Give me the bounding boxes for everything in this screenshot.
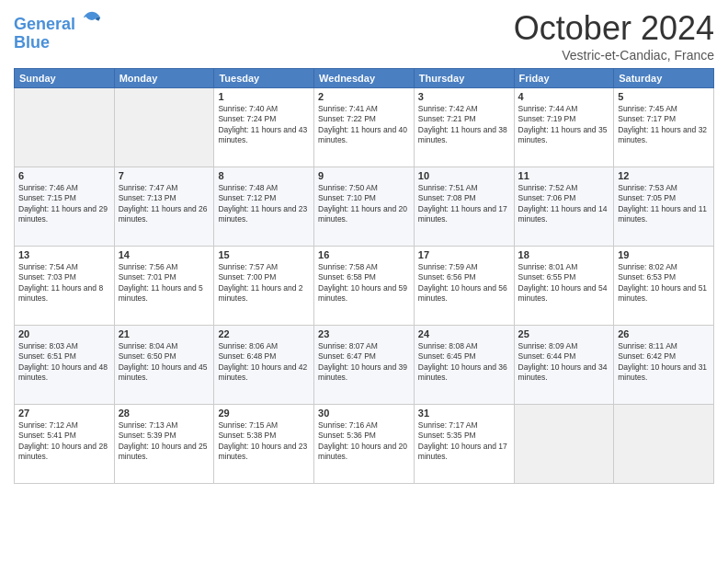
calendar-cell: 26Sunrise: 8:11 AMSunset: 6:42 PMDayligh… bbox=[614, 326, 714, 405]
day-number: 18 bbox=[518, 249, 610, 260]
cell-info: Sunrise: 7:17 AMSunset: 5:35 PMDaylight:… bbox=[418, 420, 510, 463]
logo-text: General bbox=[14, 13, 102, 34]
week-row-2: 6Sunrise: 7:46 AMSunset: 7:15 PMDaylight… bbox=[15, 167, 714, 247]
day-number: 20 bbox=[18, 328, 110, 339]
day-number: 6 bbox=[18, 170, 110, 181]
day-number: 3 bbox=[418, 91, 510, 102]
calendar-cell: 24Sunrise: 8:08 AMSunset: 6:45 PMDayligh… bbox=[414, 326, 514, 405]
week-row-4: 20Sunrise: 8:03 AMSunset: 6:51 PMDayligh… bbox=[15, 326, 714, 405]
calendar-cell: 13Sunrise: 7:54 AMSunset: 7:03 PMDayligh… bbox=[15, 247, 115, 326]
cell-info: Sunrise: 7:54 AMSunset: 7:03 PMDaylight:… bbox=[18, 262, 110, 304]
cell-info: Sunrise: 7:48 AMSunset: 7:12 PMDaylight:… bbox=[218, 183, 310, 225]
calendar-cell: 21Sunrise: 8:04 AMSunset: 6:50 PMDayligh… bbox=[114, 326, 214, 405]
col-friday: Friday bbox=[514, 69, 614, 88]
calendar-cell: 20Sunrise: 8:03 AMSunset: 6:51 PMDayligh… bbox=[15, 326, 115, 405]
calendar-cell: 31Sunrise: 7:17 AMSunset: 5:35 PMDayligh… bbox=[414, 405, 514, 484]
logo: General Blue bbox=[14, 13, 102, 52]
calendar-cell: 3Sunrise: 7:42 AMSunset: 7:21 PMDaylight… bbox=[414, 88, 514, 167]
day-number: 2 bbox=[318, 91, 410, 102]
calendar-cell: 18Sunrise: 8:01 AMSunset: 6:55 PMDayligh… bbox=[514, 247, 614, 326]
day-number: 11 bbox=[518, 170, 610, 181]
cell-info: Sunrise: 7:42 AMSunset: 7:21 PMDaylight:… bbox=[418, 104, 510, 146]
calendar-cell: 7Sunrise: 7:47 AMSunset: 7:13 PMDaylight… bbox=[114, 167, 214, 247]
title-block: October 2024 Vestric-et-Candiac, France bbox=[514, 9, 714, 63]
calendar-cell: 10Sunrise: 7:51 AMSunset: 7:08 PMDayligh… bbox=[414, 167, 514, 247]
day-number: 1 bbox=[218, 91, 310, 102]
calendar-cell: 4Sunrise: 7:44 AMSunset: 7:19 PMDaylight… bbox=[514, 88, 614, 167]
day-number: 28 bbox=[119, 408, 210, 419]
col-tuesday: Tuesday bbox=[214, 69, 314, 88]
week-row-5: 27Sunrise: 7:12 AMSunset: 5:41 PMDayligh… bbox=[15, 405, 714, 484]
calendar-cell: 22Sunrise: 8:06 AMSunset: 6:48 PMDayligh… bbox=[214, 326, 314, 405]
calendar-cell bbox=[514, 405, 614, 484]
day-number: 8 bbox=[218, 170, 310, 181]
col-wednesday: Wednesday bbox=[314, 69, 415, 88]
calendar-cell: 11Sunrise: 7:52 AMSunset: 7:06 PMDayligh… bbox=[514, 167, 614, 247]
calendar-header: Sunday Monday Tuesday Wednesday Thursday… bbox=[15, 69, 714, 88]
day-number: 24 bbox=[418, 328, 510, 339]
cell-info: Sunrise: 7:40 AMSunset: 7:24 PMDaylight:… bbox=[218, 104, 310, 146]
cell-info: Sunrise: 7:52 AMSunset: 7:06 PMDaylight:… bbox=[518, 183, 610, 225]
calendar-cell: 28Sunrise: 7:13 AMSunset: 5:39 PMDayligh… bbox=[114, 405, 214, 484]
day-number: 26 bbox=[618, 328, 710, 339]
calendar-cell: 9Sunrise: 7:50 AMSunset: 7:10 PMDaylight… bbox=[314, 167, 415, 247]
col-thursday: Thursday bbox=[414, 69, 514, 88]
cell-info: Sunrise: 7:44 AMSunset: 7:19 PMDaylight:… bbox=[518, 104, 610, 146]
calendar-cell: 27Sunrise: 7:12 AMSunset: 5:41 PMDayligh… bbox=[15, 405, 115, 484]
day-number: 5 bbox=[618, 91, 710, 102]
page: General Blue October 2024 Vestric-et-Can… bbox=[0, 0, 728, 563]
location-subtitle: Vestric-et-Candiac, France bbox=[514, 48, 714, 63]
calendar-cell: 30Sunrise: 7:16 AMSunset: 5:36 PMDayligh… bbox=[314, 405, 415, 484]
logo-blue: Blue bbox=[14, 34, 102, 52]
cell-info: Sunrise: 7:13 AMSunset: 5:39 PMDaylight:… bbox=[119, 420, 210, 463]
cell-info: Sunrise: 8:07 AMSunset: 6:47 PMDaylight:… bbox=[318, 341, 410, 384]
col-monday: Monday bbox=[114, 69, 214, 88]
day-number: 14 bbox=[119, 249, 210, 260]
calendar-cell: 2Sunrise: 7:41 AMSunset: 7:22 PMDaylight… bbox=[314, 88, 415, 167]
day-number: 9 bbox=[318, 170, 410, 181]
cell-info: Sunrise: 7:58 AMSunset: 6:58 PMDaylight:… bbox=[318, 262, 410, 304]
calendar-cell bbox=[15, 88, 115, 167]
cell-info: Sunrise: 8:08 AMSunset: 6:45 PMDaylight:… bbox=[418, 341, 510, 384]
cell-info: Sunrise: 7:47 AMSunset: 7:13 PMDaylight:… bbox=[119, 183, 210, 225]
cell-info: Sunrise: 7:59 AMSunset: 6:56 PMDaylight:… bbox=[418, 262, 510, 304]
calendar-cell: 16Sunrise: 7:58 AMSunset: 6:58 PMDayligh… bbox=[314, 247, 415, 326]
calendar-cell: 17Sunrise: 7:59 AMSunset: 6:56 PMDayligh… bbox=[414, 247, 514, 326]
logo-bird-icon bbox=[82, 9, 102, 29]
cell-info: Sunrise: 7:57 AMSunset: 7:00 PMDaylight:… bbox=[218, 262, 310, 304]
week-row-3: 13Sunrise: 7:54 AMSunset: 7:03 PMDayligh… bbox=[15, 247, 714, 326]
cell-info: Sunrise: 7:53 AMSunset: 7:05 PMDaylight:… bbox=[618, 183, 710, 225]
header-row: Sunday Monday Tuesday Wednesday Thursday… bbox=[15, 69, 714, 88]
calendar-table: Sunday Monday Tuesday Wednesday Thursday… bbox=[14, 68, 714, 484]
calendar-cell: 14Sunrise: 7:56 AMSunset: 7:01 PMDayligh… bbox=[114, 247, 214, 326]
calendar-cell: 8Sunrise: 7:48 AMSunset: 7:12 PMDaylight… bbox=[214, 167, 314, 247]
calendar-cell: 15Sunrise: 7:57 AMSunset: 7:00 PMDayligh… bbox=[214, 247, 314, 326]
calendar-cell: 25Sunrise: 8:09 AMSunset: 6:44 PMDayligh… bbox=[514, 326, 614, 405]
day-number: 30 bbox=[318, 408, 410, 419]
calendar-cell: 19Sunrise: 8:02 AMSunset: 6:53 PMDayligh… bbox=[614, 247, 714, 326]
cell-info: Sunrise: 8:02 AMSunset: 6:53 PMDaylight:… bbox=[618, 262, 710, 304]
day-number: 10 bbox=[418, 170, 510, 181]
col-saturday: Saturday bbox=[614, 69, 714, 88]
calendar-cell: 29Sunrise: 7:15 AMSunset: 5:38 PMDayligh… bbox=[214, 405, 314, 484]
cell-info: Sunrise: 7:41 AMSunset: 7:22 PMDaylight:… bbox=[318, 104, 410, 146]
day-number: 12 bbox=[618, 170, 710, 181]
week-row-1: 1Sunrise: 7:40 AMSunset: 7:24 PMDaylight… bbox=[15, 88, 714, 167]
day-number: 25 bbox=[518, 328, 610, 339]
day-number: 7 bbox=[119, 170, 210, 181]
cell-info: Sunrise: 7:16 AMSunset: 5:36 PMDaylight:… bbox=[318, 420, 410, 463]
day-number: 16 bbox=[318, 249, 410, 260]
day-number: 31 bbox=[418, 408, 510, 419]
calendar-body: 1Sunrise: 7:40 AMSunset: 7:24 PMDaylight… bbox=[15, 88, 714, 484]
col-sunday: Sunday bbox=[15, 69, 115, 88]
calendar-cell: 6Sunrise: 7:46 AMSunset: 7:15 PMDaylight… bbox=[15, 167, 115, 247]
cell-info: Sunrise: 7:45 AMSunset: 7:17 PMDaylight:… bbox=[618, 104, 710, 146]
cell-info: Sunrise: 7:56 AMSunset: 7:01 PMDaylight:… bbox=[119, 262, 210, 304]
cell-info: Sunrise: 8:03 AMSunset: 6:51 PMDaylight:… bbox=[18, 341, 110, 384]
day-number: 27 bbox=[18, 408, 110, 419]
cell-info: Sunrise: 8:11 AMSunset: 6:42 PMDaylight:… bbox=[618, 341, 710, 384]
day-number: 21 bbox=[119, 328, 210, 339]
header: General Blue October 2024 Vestric-et-Can… bbox=[14, 9, 714, 63]
day-number: 23 bbox=[318, 328, 410, 339]
cell-info: Sunrise: 8:04 AMSunset: 6:50 PMDaylight:… bbox=[119, 341, 210, 384]
